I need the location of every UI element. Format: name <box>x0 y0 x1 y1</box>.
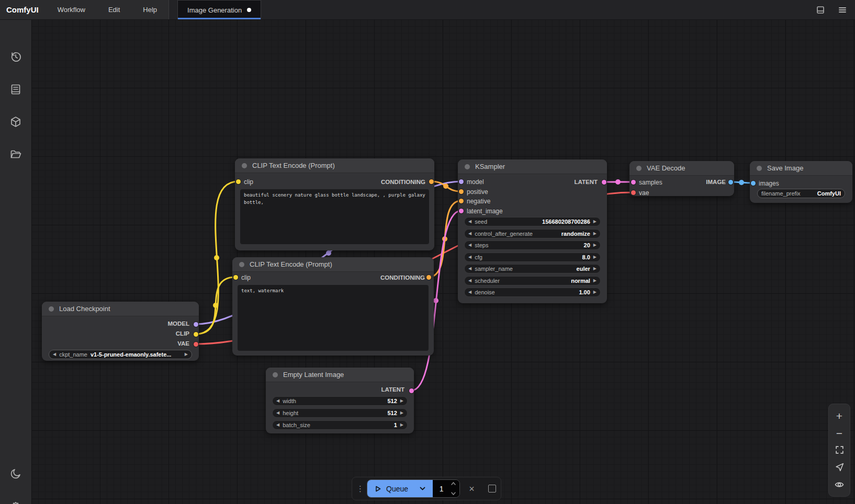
workflows-folder-icon[interactable] <box>9 148 22 161</box>
prompt-textarea[interactable]: beautiful scenery nature glass bottle la… <box>240 189 429 244</box>
theme-moon-icon[interactable] <box>9 467 22 480</box>
output-port-latent[interactable] <box>409 388 414 393</box>
node-collapse-dot[interactable] <box>242 163 247 168</box>
increment-arrow-icon[interactable]: ▶ <box>400 399 403 403</box>
widget-seed[interactable]: ◀ seed 156680208700286 ▶ <box>464 217 601 226</box>
widget-value[interactable]: 512 <box>387 398 397 404</box>
model-library-icon[interactable] <box>9 116 22 128</box>
widget-filename-prefix[interactable]: filename_prefix ComfyUI <box>757 189 845 198</box>
widget-scheduler[interactable]: ◀ scheduler normal ▶ <box>464 276 601 285</box>
node-header[interactable]: Save Image <box>750 161 852 176</box>
output-port-image[interactable] <box>728 180 733 185</box>
widget-value[interactable]: 1.00 <box>579 289 590 295</box>
widget-value[interactable]: ComfyUI <box>817 190 841 197</box>
tab-image-generation[interactable]: Image Generation <box>177 0 261 19</box>
clear-queue-icon[interactable]: × <box>463 480 480 497</box>
input-port-positive[interactable] <box>459 189 464 194</box>
increment-arrow-icon[interactable]: ▶ <box>400 423 403 427</box>
increment-arrow-icon[interactable]: ▶ <box>593 279 597 283</box>
widget-value[interactable]: 512 <box>387 410 397 416</box>
decrement-arrow-icon[interactable]: ◀ <box>468 290 471 294</box>
widget-denoise[interactable]: ◀ denoise 1.00 ▶ <box>464 288 601 297</box>
prompt-textarea[interactable]: text, watermark <box>238 285 429 351</box>
output-port-model[interactable] <box>194 322 198 327</box>
node-collapse-dot[interactable] <box>465 164 470 169</box>
decrement-arrow-icon[interactable]: ◀ <box>468 279 471 283</box>
widget-width[interactable]: ◀ width 512 ▶ <box>272 396 408 406</box>
toggle-visibility-eye-icon[interactable] <box>834 479 845 490</box>
zoom-out-icon[interactable]: − <box>834 427 845 439</box>
navigate-arrow-icon[interactable] <box>834 462 845 473</box>
node-collapse-dot[interactable] <box>636 166 642 171</box>
input-port-samples[interactable] <box>631 180 636 185</box>
node-graph-canvas[interactable] <box>31 19 855 504</box>
increment-arrow-icon[interactable]: ▶ <box>593 267 597 271</box>
node-ksampler[interactable]: KSampler model positive negative latent_… <box>458 159 607 303</box>
stop-icon[interactable] <box>483 480 501 497</box>
node-clip-text-encode-positive[interactable]: CLIP Text Encode (Prompt) clip CONDITION… <box>235 158 434 250</box>
increment-arrow-icon[interactable]: ▶ <box>593 290 597 294</box>
node-header[interactable]: CLIP Text Encode (Prompt) <box>232 257 434 272</box>
step-up-icon[interactable] <box>451 482 456 486</box>
chevron-down-icon[interactable] <box>419 485 426 492</box>
app-logo[interactable]: ComfyUI <box>0 0 46 19</box>
widget-cfg[interactable]: ◀ cfg 8.0 ▶ <box>464 253 601 262</box>
node-header[interactable]: Empty Latent Image <box>266 368 414 382</box>
node-collapse-dot[interactable] <box>239 262 244 267</box>
history-icon[interactable] <box>9 51 22 63</box>
input-port-vae[interactable] <box>631 190 636 195</box>
menu-workflow[interactable]: Workflow <box>46 0 97 19</box>
widget-value[interactable]: normal <box>571 278 590 284</box>
bottom-panel-icon[interactable] <box>815 5 826 15</box>
node-header[interactable]: Load Checkpoint <box>42 302 199 316</box>
next-arrow-icon[interactable]: ▶ <box>185 352 188 357</box>
step-down-icon[interactable] <box>451 491 456 496</box>
fit-view-icon[interactable] <box>834 444 845 456</box>
node-clip-text-encode-negative[interactable]: CLIP Text Encode (Prompt) clip CONDITION… <box>232 257 434 356</box>
node-save-image[interactable]: Save Image images filename_prefix ComfyU… <box>750 161 852 203</box>
input-port-latent-image[interactable] <box>459 209 464 213</box>
node-collapse-dot[interactable] <box>757 166 762 171</box>
output-port-clip[interactable] <box>194 332 198 337</box>
widget-value[interactable]: euler <box>577 266 590 272</box>
node-header[interactable]: KSampler <box>458 159 607 174</box>
menu-hamburger-icon[interactable] <box>837 5 848 15</box>
widget-batch-size[interactable]: ◀ batch_size 1 ▶ <box>272 420 408 430</box>
decrement-arrow-icon[interactable]: ◀ <box>276 411 279 415</box>
node-collapse-dot[interactable] <box>273 372 278 377</box>
drag-handle-icon[interactable]: ⋮ <box>352 484 367 494</box>
output-port-vae[interactable] <box>194 342 198 347</box>
increment-arrow-icon[interactable]: ▶ <box>593 243 597 247</box>
decrement-arrow-icon[interactable]: ◀ <box>468 267 471 271</box>
node-header[interactable]: VAE Decode <box>629 161 734 176</box>
widget-height[interactable]: ◀ height 512 ▶ <box>272 408 408 418</box>
decrement-arrow-icon[interactable]: ◀ <box>276 399 279 403</box>
decrement-arrow-icon[interactable]: ◀ <box>276 423 279 427</box>
node-vae-decode[interactable]: VAE Decode samples vae IMAGE <box>629 161 734 196</box>
zoom-in-icon[interactable]: + <box>834 410 845 421</box>
widget-value[interactable]: 8.0 <box>582 254 590 260</box>
increment-arrow-icon[interactable]: ▶ <box>593 255 597 259</box>
node-header[interactable]: CLIP Text Encode (Prompt) <box>235 158 434 173</box>
widget-ckpt-name[interactable]: ◀ ckpt_name v1-5-pruned-emaonly.safete..… <box>49 350 192 359</box>
settings-gear-icon[interactable] <box>9 501 22 504</box>
output-port-latent[interactable] <box>602 180 606 185</box>
node-load-checkpoint[interactable]: Load Checkpoint MODEL CLIP VAE ◀ ckpt_na… <box>42 302 199 361</box>
widget-value[interactable]: 20 <box>584 242 590 248</box>
node-empty-latent-image[interactable]: Empty Latent Image LATENT ◀ width 512 ▶ … <box>266 368 414 433</box>
node-collapse-dot[interactable] <box>49 306 54 312</box>
previous-arrow-icon[interactable]: ◀ <box>53 352 56 357</box>
queue-button[interactable]: Queue <box>367 480 433 497</box>
increment-arrow-icon[interactable]: ▶ <box>593 220 597 224</box>
decrement-arrow-icon[interactable]: ◀ <box>468 255 471 259</box>
widget-control-after-generate[interactable]: ◀ control_after_generate randomize ▶ <box>464 229 601 238</box>
widget-value[interactable]: v1-5-pruned-emaonly.safete... <box>91 351 171 358</box>
output-port-conditioning[interactable] <box>429 179 434 184</box>
decrement-arrow-icon[interactable]: ◀ <box>468 232 471 236</box>
decrement-arrow-icon[interactable]: ◀ <box>468 243 471 247</box>
increment-arrow-icon[interactable]: ▶ <box>400 411 403 415</box>
increment-arrow-icon[interactable]: ▶ <box>593 232 597 236</box>
output-port-conditioning[interactable] <box>426 275 431 280</box>
menu-help[interactable]: Help <box>131 0 168 19</box>
widget-value[interactable]: randomize <box>561 231 590 237</box>
